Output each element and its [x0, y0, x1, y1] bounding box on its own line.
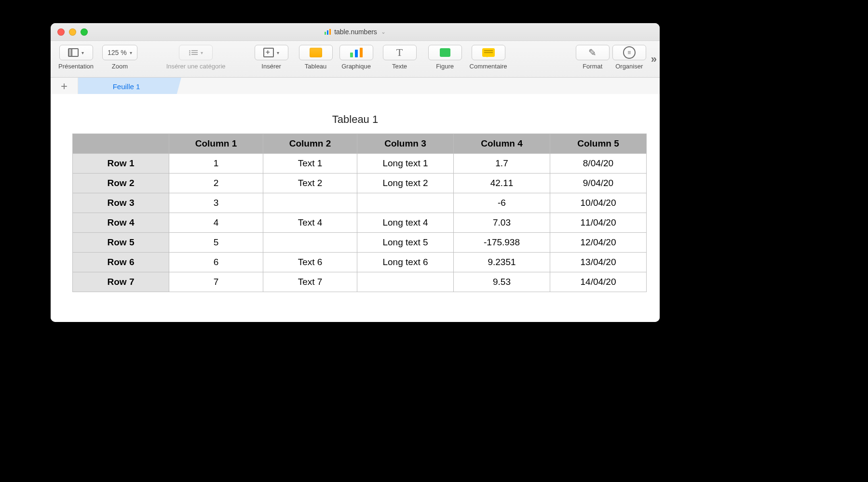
toolbar-table: Tableau	[299, 41, 333, 70]
cell[interactable]: -175.938	[454, 233, 550, 253]
organize-button[interactable]: ≡	[612, 45, 646, 60]
text-label: Texte	[392, 63, 407, 70]
comment-icon	[482, 48, 495, 57]
table-title[interactable]: Tableau 1	[51, 113, 660, 126]
column-header[interactable]: Column 3	[357, 134, 454, 154]
add-sheet-button[interactable]: +	[51, 78, 78, 95]
cell[interactable]: 1	[169, 154, 263, 174]
cell[interactable]	[357, 272, 454, 292]
app-window: table.numbers ⌄ ▾ Présentation 125 % ▾ Z…	[51, 23, 660, 322]
column-header[interactable]: Column 5	[550, 134, 647, 154]
cell[interactable]: 13/04/20	[550, 253, 647, 272]
view-button[interactable]: ▾	[59, 45, 93, 60]
chart-label: Graphique	[341, 63, 371, 70]
row-header[interactable]: Row 2	[73, 174, 169, 193]
cell[interactable]: Text 2	[263, 174, 357, 193]
toolbar-text: T Texte	[383, 41, 417, 70]
minimize-icon[interactable]	[69, 28, 76, 36]
cell[interactable]: 2	[169, 174, 263, 193]
cell[interactable]: 11/04/20	[550, 213, 647, 233]
cell[interactable]	[263, 233, 357, 253]
insert-icon	[263, 48, 274, 57]
filter-icon: ≡	[623, 46, 636, 59]
column-header[interactable]: Column 2	[263, 134, 357, 154]
row-header[interactable]: Row 3	[73, 193, 169, 213]
cell[interactable]: Text 7	[263, 272, 357, 292]
view-label: Présentation	[58, 63, 94, 70]
cell[interactable]	[357, 193, 454, 213]
cell[interactable]: Long text 1	[357, 154, 454, 174]
toolbar-category: ▾ Insérer une catégorie	[166, 41, 226, 70]
table-row: Row 22Text 2Long text 242.119/04/20	[73, 174, 647, 193]
comment-label: Commentaire	[470, 63, 507, 70]
cell[interactable]: 10/04/20	[550, 193, 647, 213]
cell[interactable]: Text 1	[263, 154, 357, 174]
paintbrush-icon: ✎	[588, 47, 597, 58]
cell[interactable]: 1.7	[454, 154, 550, 174]
cell[interactable]: Long text 5	[357, 233, 454, 253]
maximize-icon[interactable]	[81, 28, 88, 36]
sheet-tab-active[interactable]: Feuille 1	[78, 78, 175, 95]
cell[interactable]: 4	[169, 213, 263, 233]
data-table[interactable]: Column 1 Column 2 Column 3 Column 4 Colu…	[72, 134, 647, 292]
insert-category-label: Insérer une catégorie	[166, 63, 226, 70]
cell[interactable]: Long text 2	[357, 174, 454, 193]
close-icon[interactable]	[57, 28, 65, 36]
cell[interactable]: 5	[169, 233, 263, 253]
cell[interactable]: 9.53	[454, 272, 550, 292]
row-header[interactable]: Row 6	[73, 253, 169, 272]
text-button[interactable]: T	[383, 45, 417, 60]
cell[interactable]: 12/04/20	[550, 233, 647, 253]
titlebar: table.numbers ⌄	[51, 23, 660, 41]
chart-button[interactable]	[339, 45, 373, 60]
table-row: Row 33-610/04/20	[73, 193, 647, 213]
cell[interactable]: Text 4	[263, 213, 357, 233]
cell[interactable]: 8/04/20	[550, 154, 647, 174]
insert-label: Insérer	[261, 63, 281, 70]
cell[interactable]: 6	[169, 253, 263, 272]
cell[interactable]: Long text 6	[357, 253, 454, 272]
cell[interactable]: 9/04/20	[550, 174, 647, 193]
row-header[interactable]: Row 1	[73, 154, 169, 174]
chevron-down-icon: ▾	[81, 50, 84, 55]
cell[interactable]: 9.2351	[454, 253, 550, 272]
toolbar-format: ✎ Format	[576, 41, 610, 70]
cell[interactable]	[263, 193, 357, 213]
column-header[interactable]: Column 1	[169, 134, 263, 154]
comment-button[interactable]	[472, 45, 505, 60]
cell[interactable]: Text 6	[263, 253, 357, 272]
chevron-down-icon: ▾	[277, 50, 279, 55]
cell[interactable]: 7.03	[454, 213, 550, 233]
toolbar-more[interactable]: »	[651, 53, 660, 66]
zoom-button[interactable]: 125 % ▾	[102, 45, 137, 60]
window-controls	[57, 28, 88, 36]
insert-button[interactable]: ▾	[255, 45, 288, 60]
list-icon	[189, 49, 198, 56]
cell[interactable]: 3	[169, 193, 263, 213]
cell[interactable]: 14/04/20	[550, 272, 647, 292]
window-title[interactable]: table.numbers ⌄	[325, 28, 386, 36]
row-header[interactable]: Row 4	[73, 213, 169, 233]
text-icon: T	[396, 47, 403, 58]
table-label: Tableau	[305, 63, 327, 70]
table-corner-cell[interactable]	[73, 134, 169, 154]
cell[interactable]: 7	[169, 272, 263, 292]
format-label: Format	[583, 63, 602, 70]
toolbar-zoom: 125 % ▾ Zoom	[102, 41, 137, 70]
column-header[interactable]: Column 4	[454, 134, 550, 154]
table-row: Row 44Text 4Long text 47.0311/04/20	[73, 213, 647, 233]
shape-button[interactable]	[428, 45, 462, 60]
toolbar-insert: ▾ Insérer	[255, 41, 288, 70]
cell[interactable]: 42.11	[454, 174, 550, 193]
row-header[interactable]: Row 5	[73, 233, 169, 253]
row-header[interactable]: Row 7	[73, 272, 169, 292]
zoom-label: Zoom	[112, 63, 128, 70]
format-button[interactable]: ✎	[576, 45, 610, 60]
table-button[interactable]	[299, 45, 333, 60]
table-row: Row 55Long text 5-175.93812/04/20	[73, 233, 647, 253]
sheet-canvas[interactable]: Tableau 1 Column 1 Column 2 Column 3 Col…	[51, 94, 660, 322]
cell[interactable]: -6	[454, 193, 550, 213]
insert-category-button[interactable]: ▾	[179, 45, 213, 60]
numbers-app-icon	[325, 29, 331, 35]
cell[interactable]: Long text 4	[357, 213, 454, 233]
